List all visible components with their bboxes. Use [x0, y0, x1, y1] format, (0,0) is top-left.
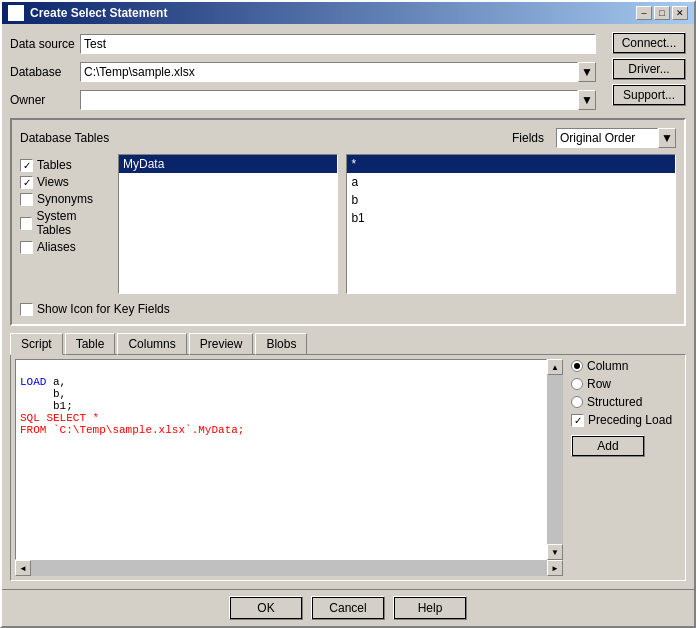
form-section: Data source Database ▼ Owner ▼ Connect..…	[10, 32, 686, 112]
title-bar-buttons: – □ ✕	[636, 6, 688, 20]
checkbox-views[interactable]: ✓ Views	[20, 175, 110, 189]
aliases-checkbox-label: Aliases	[37, 240, 76, 254]
tabs-bar: Script Table Columns Preview Blobs	[10, 332, 686, 354]
script-editor: LOAD a, b, b1; SQL SELECT * FROM `C:\Tem…	[15, 359, 563, 576]
cancel-button[interactable]: Cancel	[311, 596, 385, 620]
structured-radio-label: Structured	[587, 395, 642, 409]
show-icon-row: Show Icon for Key Fields	[20, 302, 676, 316]
script-section: Script Table Columns Preview Blobs LOAD …	[10, 332, 686, 581]
checkbox-tables[interactable]: ✓ Tables	[20, 158, 110, 172]
row-radio-label: Row	[587, 377, 611, 391]
owner-select-wrapper: ▼	[80, 90, 596, 110]
owner-input[interactable]	[80, 90, 578, 110]
owner-dropdown-arrow[interactable]: ▼	[578, 90, 596, 110]
radio-structured[interactable]: Structured	[571, 395, 681, 409]
checkbox-system-tables[interactable]: System Tables	[20, 209, 110, 237]
add-button[interactable]: Add	[571, 435, 645, 457]
title-bar: 🗃 Create Select Statement – □ ✕	[2, 2, 694, 24]
tab-preview[interactable]: Preview	[189, 333, 254, 355]
fields-order-select-wrapper: ▼	[556, 128, 676, 148]
db-header: Database Tables Fields ▼	[20, 128, 676, 148]
fields-order-wrapper: ▼	[556, 128, 676, 148]
show-icon-checkbox[interactable]	[20, 303, 33, 316]
preceding-load-row: ✓ Preceding Load	[571, 413, 681, 427]
views-checkbox-box[interactable]: ✓	[20, 176, 33, 189]
database-row: Database ▼	[10, 60, 596, 84]
support-button[interactable]: Support...	[612, 84, 686, 106]
tab-columns[interactable]: Columns	[117, 333, 186, 355]
synonyms-checkbox-label: Synonyms	[37, 192, 93, 206]
checkbox-synonyms[interactable]: Synonyms	[20, 192, 110, 206]
field-item-a[interactable]: a	[347, 173, 675, 191]
db-tables-label: Database Tables	[20, 131, 109, 145]
connect-button[interactable]: Connect...	[612, 32, 686, 54]
radio-column[interactable]: Column	[571, 359, 681, 373]
show-icon-label: Show Icon for Key Fields	[37, 302, 170, 316]
hscroll-right-button[interactable]: ►	[547, 560, 563, 576]
checkbox-aliases[interactable]: Aliases	[20, 240, 110, 254]
hscroll-track[interactable]	[31, 560, 547, 576]
owner-row: Owner ▼	[10, 88, 596, 112]
datasource-label: Data source	[10, 37, 80, 51]
checkbox-col: ✓ Tables ✓ Views Synonyms System Tables	[20, 154, 110, 294]
window-title: Create Select Statement	[30, 6, 630, 20]
views-checkbox-label: Views	[37, 175, 69, 189]
column-radio-label: Column	[587, 359, 628, 373]
tab-blobs[interactable]: Blobs	[255, 333, 307, 355]
maximize-button[interactable]: □	[654, 6, 670, 20]
bottom-bar: OK Cancel Help	[2, 589, 694, 626]
database-label: Database	[10, 65, 80, 79]
synonyms-checkbox-box[interactable]	[20, 193, 33, 206]
scroll-track[interactable]	[547, 375, 563, 544]
driver-button[interactable]: Driver...	[612, 58, 686, 80]
database-dropdown-arrow[interactable]: ▼	[578, 62, 596, 82]
datasource-row: Data source	[10, 32, 596, 56]
database-select-wrapper: ▼	[80, 62, 596, 82]
radio-row[interactable]: Row	[571, 377, 681, 391]
preceding-load-label: Preceding Load	[588, 413, 672, 427]
script-options: Column Row Structured ✓ Preceding Load	[571, 359, 681, 576]
tables-list[interactable]: MyData	[118, 154, 338, 294]
main-window: 🗃 Create Select Statement – □ ✕ Data sou…	[0, 0, 696, 628]
column-radio-circle[interactable]	[571, 360, 583, 372]
datasource-input[interactable]	[80, 34, 596, 54]
field-item-b[interactable]: b	[347, 191, 675, 209]
window-icon: 🗃	[8, 5, 24, 21]
owner-label: Owner	[10, 93, 80, 107]
ok-button[interactable]: OK	[229, 596, 303, 620]
close-button[interactable]: ✕	[672, 6, 688, 20]
tab-script[interactable]: Script	[10, 333, 63, 355]
scroll-up-button[interactable]: ▲	[547, 359, 563, 375]
list-item[interactable]: MyData	[119, 155, 337, 173]
vscroll-bar: ▲ ▼	[547, 359, 563, 560]
hscroll-bar: ◄ ►	[15, 560, 563, 576]
db-section: Database Tables Fields ▼ ✓ Tables	[10, 118, 686, 326]
form-buttons: Connect... Driver... Support...	[612, 32, 686, 106]
fields-order-input[interactable]	[556, 128, 658, 148]
hscroll-left-button[interactable]: ◄	[15, 560, 31, 576]
tab-content: LOAD a, b, b1; SQL SELECT * FROM `C:\Tem…	[10, 354, 686, 581]
fields-list[interactable]: * a b b1	[346, 154, 676, 294]
script-editor-inner: LOAD a, b, b1; SQL SELECT * FROM `C:\Tem…	[15, 359, 563, 560]
tab-table[interactable]: Table	[65, 333, 116, 355]
minimize-button[interactable]: –	[636, 6, 652, 20]
preceding-load-checkbox[interactable]: ✓	[571, 414, 584, 427]
aliases-checkbox-box[interactable]	[20, 241, 33, 254]
scroll-down-button[interactable]: ▼	[547, 544, 563, 560]
field-item-star[interactable]: *	[347, 155, 675, 173]
system-tables-checkbox-box[interactable]	[20, 217, 32, 230]
field-item-b1[interactable]: b1	[347, 209, 675, 227]
script-textarea[interactable]: LOAD a, b, b1; SQL SELECT * FROM `C:\Tem…	[15, 359, 547, 560]
structured-radio-circle[interactable]	[571, 396, 583, 408]
fields-label: Fields	[512, 131, 544, 145]
system-tables-checkbox-label: System Tables	[36, 209, 110, 237]
tables-checkbox-box[interactable]: ✓	[20, 159, 33, 172]
window-content: Data source Database ▼ Owner ▼ Connect..…	[2, 24, 694, 589]
tables-checkbox-label: Tables	[37, 158, 72, 172]
db-content: ✓ Tables ✓ Views Synonyms System Tables	[20, 154, 676, 294]
row-radio-circle[interactable]	[571, 378, 583, 390]
help-button[interactable]: Help	[393, 596, 467, 620]
database-input[interactable]	[80, 62, 578, 82]
fields-order-arrow[interactable]: ▼	[658, 128, 676, 148]
